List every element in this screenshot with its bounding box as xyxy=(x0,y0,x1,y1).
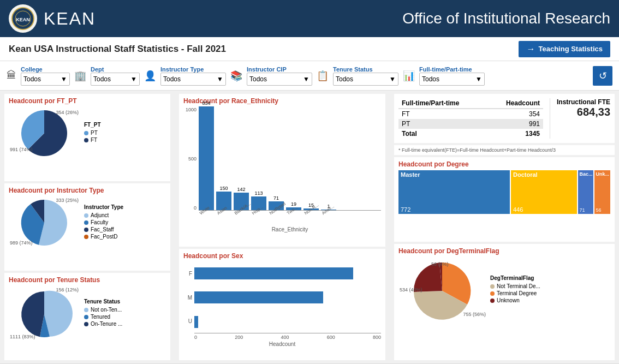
race-bar-white: 834 xyxy=(199,100,214,210)
ftpt-chart-title: Headcount por FT_PT xyxy=(9,97,166,105)
instructor-type-legend: Instructor Type Adjunct Faculty Fac_Staf… xyxy=(84,204,123,241)
race-ethnicity-chart-area: 1000 500 0 834 150 xyxy=(183,107,381,222)
header: KEAN KEAN Office of Institutional Resear… xyxy=(0,0,619,37)
fte-note: * Full-time equivalent(FTE)=Full-time He… xyxy=(398,147,610,153)
fte-section: Instructional FTE 684,33 xyxy=(557,98,610,139)
sex-x-ticks: 0 200 400 600 800 xyxy=(194,335,381,340)
page-title: Kean USA Instructional Staff Statistics … xyxy=(9,44,226,55)
tenure-status-filter-group: Tenure Status Todos▼ xyxy=(333,66,398,86)
ftpt-table-section: Full-time/Part-time Headcount FT 354 PT … xyxy=(398,98,543,139)
sex-bar-m xyxy=(194,291,381,303)
instructor-cip-filter-label: Instructor CIP xyxy=(247,66,312,73)
degree-bar-master: Master 772 xyxy=(398,170,510,214)
ftpt-headcount-table: Full-time/Part-time Headcount FT 354 PT … xyxy=(398,98,543,139)
adjunct-legend: Adjunct xyxy=(84,212,123,218)
instructor-type-icon: 👤 xyxy=(144,70,156,82)
tenure-legend: Tenure Status Not on-Ten... Tenured On-T… xyxy=(84,299,122,328)
fte-label: Instructional FTE xyxy=(557,98,610,106)
ftpt-legend-pt: PT xyxy=(84,130,101,136)
tenure-label1: 156 (12%) xyxy=(56,287,79,293)
svg-text:KEAN: KEAN xyxy=(16,17,30,22)
fte-note-section: * Full-time equivalent(FTE)=Full-time He… xyxy=(394,145,615,155)
on-tenure-legend: On-Tenure ... xyxy=(84,321,122,327)
kean-wordmark: KEAN xyxy=(44,9,96,29)
unknown-legend: Unknown xyxy=(490,297,540,303)
sex-chart-title: Headcount por Sex xyxy=(183,252,381,260)
tenured-legend: Tenured xyxy=(84,314,122,320)
fulltime-filter-label: Full-time/Part-time xyxy=(419,66,485,73)
college-icon: 🏛 xyxy=(7,70,16,81)
table-row-total: Total 1345 xyxy=(398,129,543,139)
tenure-pie-container: 156 (12%) 1111 (83%) Tenure Status Not o… xyxy=(9,286,166,341)
dept-icon: 🏢 xyxy=(74,70,86,82)
tenure-status-filter-label: Tenure Status xyxy=(333,66,398,73)
degree-bars: Master 772 Doctoral 446 Bac... 71 Unk...… xyxy=(398,170,610,214)
kean-logo: KEAN xyxy=(9,4,37,33)
race-ethnicity-card: Headcount por Race_Ethnicity 1000 500 0 … xyxy=(179,94,385,247)
college-filter-item: 🏛 College Todos▼ xyxy=(7,66,70,86)
headcount-tenure-card: Headcount por Tenure Status 156 (12% xyxy=(4,273,170,360)
table-row: FT 354 xyxy=(398,109,543,119)
sex-bars-area xyxy=(194,262,381,333)
main-content: Headcount por FT_PT 354 (26%) 991 (74%) xyxy=(0,91,619,363)
instructor-cip-icon: 📚 xyxy=(230,70,242,82)
teaching-statistics-button[interactable]: → Teaching Statistics xyxy=(519,41,610,57)
instructor-type-pie-wrap: 333 (25%) 989 (74%) xyxy=(9,196,80,248)
tenure-status-icon: 📋 xyxy=(317,70,329,82)
vertical-divider xyxy=(550,98,550,139)
deg-terminal-legend: DegTerminalFlag Not Terminal De... Termi… xyxy=(490,275,540,305)
degree-card: Headcount por Degree Master 772 Doctoral… xyxy=(394,157,615,242)
ftpt-pt-label: 991 (74%) xyxy=(10,147,33,152)
instructor-cip-filter-select[interactable]: Todos▼ xyxy=(247,73,312,86)
instructor-cip-filter-group: Instructor CIP Todos▼ xyxy=(247,66,312,86)
ftpt-col1-header: Full-time/Part-time xyxy=(398,98,487,109)
tenure-status-filter-select[interactable]: Todos▼ xyxy=(333,73,398,86)
dept-filter-item: 🏢 Dept Todos▼ xyxy=(74,66,140,86)
headcount-ftpt-card: Headcount por FT_PT 354 (26%) 991 (74%) xyxy=(4,94,170,181)
reset-button[interactable]: ↺ xyxy=(593,66,612,86)
sex-bar-u xyxy=(194,316,381,328)
race-bars-area: 834 150 142 113 xyxy=(199,107,381,222)
table-row: PT 991 xyxy=(398,119,543,129)
race-x-axis-label: Race_Ethnicity xyxy=(199,226,381,232)
terminal-degree-legend: Terminal Degree xyxy=(490,290,540,296)
fulltime-icon: 📊 xyxy=(403,70,415,82)
fac-staff-legend: Fac_Staff xyxy=(84,226,123,232)
fulltime-filter-item: 📊 Full-time/Part-time Todos▼ xyxy=(403,66,485,86)
ftpt-legend-ft: FT xyxy=(84,137,101,143)
degree-bar-bac: Bac... 71 xyxy=(578,170,593,214)
deg-terminal-label-755: 755 (56%) xyxy=(463,312,486,317)
deg-terminal-label-56: 56 (4%) xyxy=(431,261,449,267)
deg-terminal-label-534: 534 (40%) xyxy=(400,287,422,293)
tenure-status-filter-item: 📋 Tenure Status Todos▼ xyxy=(317,66,398,86)
fulltime-filter-select[interactable]: Todos▼ xyxy=(419,73,485,86)
dept-filter-group: Dept Todos▼ xyxy=(91,66,140,86)
instructor-type-filter-group: Instructor Type Todos▼ xyxy=(160,66,226,86)
race-bars: 834 150 142 113 xyxy=(199,107,381,211)
sex-bar-f xyxy=(194,267,381,279)
instructor-type-pie-container: 333 (25%) 989 (74%) Instructor Type Adju… xyxy=(9,196,166,248)
ftpt-col2-header: Headcount xyxy=(487,98,543,109)
arrow-right-icon: → xyxy=(526,44,535,54)
sex-y-axis: F M U xyxy=(183,262,194,333)
instructor-cip-filter-item: 📚 Instructor CIP Todos▼ xyxy=(230,66,312,86)
instructor-type-filter-select[interactable]: Todos▼ xyxy=(160,73,226,86)
headcount-instructor-type-card: Headcount por Instructor Type 333 (2 xyxy=(4,183,170,271)
race-y-axis: 1000 500 0 xyxy=(183,107,199,222)
headcount-sex-card: Headcount por Sex F M U xyxy=(179,249,385,360)
ftpt-pie-container: 354 (26%) 991 (74%) FT_PT PT FT xyxy=(9,107,166,159)
center-panel: Headcount por Race_Ethnicity 1000 500 0 … xyxy=(175,91,390,363)
deg-terminal-title: Headcount por DegTerminalFlag xyxy=(398,247,610,255)
dept-filter-label: Dept xyxy=(91,66,140,73)
deg-terminal-content: 56 (4%) 534 (40%) 755 (56%) DegTerminalF… xyxy=(398,257,610,323)
instructor-type-chart-title: Headcount por Instructor Type xyxy=(9,187,166,194)
college-filter-select[interactable]: Todos▼ xyxy=(21,73,70,86)
fte-value: 684,33 xyxy=(557,106,610,118)
sex-x-axis-line xyxy=(194,333,381,333)
not-terminal-legend: Not Terminal De... xyxy=(490,283,540,289)
degree-bar-unk: Unk... 56 xyxy=(594,170,610,214)
dept-filter-select[interactable]: Todos▼ xyxy=(91,73,140,86)
ftpt-legend: FT_PT PT FT xyxy=(84,122,101,144)
instructor-type-filter-item: 👤 Instructor Type Todos▼ xyxy=(144,66,226,86)
tenure-label2: 1111 (83%) xyxy=(10,334,35,339)
